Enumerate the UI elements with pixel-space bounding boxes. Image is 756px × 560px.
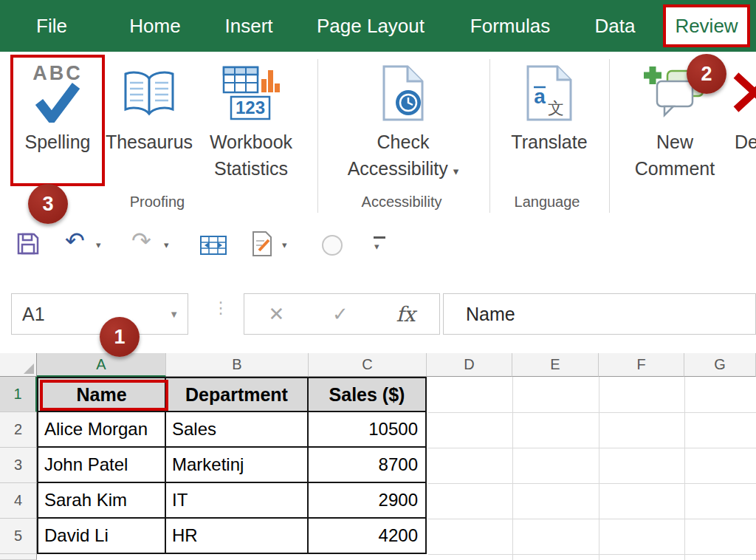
annotation-step-1-number: 1 [114,326,125,349]
edit-form-icon[interactable] [251,231,273,257]
quick-access-toolbar: ↶ ▾ ↷ ▾ ▾ ▾ [0,222,756,273]
cell-b4[interactable]: IT [166,483,309,519]
disabled-circle-icon [322,235,343,256]
spelling-label: Spelling [25,129,91,155]
translate-button[interactable]: a 文 Translate [501,58,597,155]
row-header-5[interactable]: 5 [0,519,37,554]
redo-dropdown-icon[interactable]: ▾ [164,239,169,250]
check-accessibility-button[interactable]: Check Accessibility ▾ [333,58,473,185]
workbook-statistics-icon: 123 [222,64,280,122]
cell-b1[interactable]: Department [166,377,309,412]
check-accessibility-label: Check Accessibility ▾ [343,129,464,185]
group-label-language: Language [515,194,580,211]
name-box-dropdown-icon[interactable]: ▼ [169,309,179,320]
annotation-step-2: 2 [687,54,726,94]
tab-insert[interactable]: Insert [224,15,272,38]
annotation-step-2-number: 2 [701,63,712,86]
annotation-step-3: 3 [28,184,68,224]
cell-b3[interactable]: Marketinj [166,448,309,483]
cell-c4[interactable]: 2900 [309,483,427,519]
insert-function-icon[interactable]: fx [396,302,415,327]
tab-file[interactable]: File [36,15,67,38]
thesaurus-label: Thesaurus [106,129,193,155]
undo-icon[interactable]: ↶ [65,229,85,253]
row-header-3[interactable]: 3 [0,448,37,483]
spelling-check-icon [35,83,80,123]
ribbon-group-divider [489,59,490,213]
gridline [428,483,756,484]
thesaurus-button[interactable]: Thesaurus [100,58,198,155]
gridline [428,554,756,555]
column-header-g[interactable]: G [684,353,756,377]
cell-a1[interactable]: Name [37,377,166,412]
chevron-down-icon: ▾ [453,165,459,177]
workbook-statistics-123-text: 123 [236,98,265,117]
cell-a4[interactable]: Sarah Kim [37,483,166,519]
redo-icon[interactable]: ↷ [131,229,151,253]
tab-page-layout[interactable]: Page Layout [317,15,425,38]
translate-label: Translate [511,129,587,155]
row-header-4[interactable]: 4 [0,483,37,519]
ribbon-group-divider [317,59,318,213]
customize-quick-access-icon[interactable] [374,236,385,239]
tab-formulas[interactable]: Formulas [470,15,550,38]
gridline [684,377,685,560]
group-label-proofing: Proofing [130,194,185,211]
excel-window: File Home Insert Page Layout Formulas Da… [0,0,756,560]
tab-review[interactable]: Review [663,4,750,47]
tab-review-label: Review [675,15,738,38]
edit-form-dropdown-icon[interactable]: ▾ [282,239,287,250]
cell-a3[interactable]: John Patel [37,448,166,483]
gridline [599,377,599,560]
tab-data[interactable]: Data [595,15,636,38]
customize-quick-access-chevron-icon[interactable]: ▾ [374,241,379,252]
column-header-e[interactable]: E [512,353,599,377]
workbook-statistics-button[interactable]: 123 Workbook Statistics [194,58,308,182]
spelling-button[interactable]: ABC Spelling [13,58,102,155]
formula-bar-input[interactable]: Name [443,293,756,335]
cell-a2[interactable]: Alice Morgan [37,412,166,448]
new-comment-label: New Comment [632,129,718,182]
name-box[interactable]: A1 ▼ [11,293,188,335]
delete-comment-button[interactable]: Delete [727,58,756,155]
ribbon-tab-bar: File Home Insert Page Layout Formulas Da… [0,0,756,52]
formula-bar-controls: ✕ ✓ fx [244,293,440,335]
tab-home[interactable]: Home [129,15,180,38]
row-header-2[interactable]: 2 [0,412,37,448]
gridline [428,448,756,448]
column-header-c[interactable]: C [309,353,427,377]
save-icon[interactable] [16,232,40,256]
check-accessibility-icon [381,65,425,121]
formula-bar-resize-dots-icon[interactable]: ⋮ [213,301,229,315]
column-header-b[interactable]: B [166,353,309,377]
select-all-triangle-icon [24,363,34,374]
row-header-1[interactable]: 1 [0,377,37,412]
undo-dropdown-icon[interactable]: ▾ [96,239,101,250]
delete-comment-label: Delete [735,129,756,155]
cell-b2[interactable]: Sales [166,412,309,448]
gridline [428,519,756,519]
cell-c5[interactable]: 4200 [309,519,427,554]
workbook-statistics-label: Workbook Statistics [196,129,306,182]
cell-c1[interactable]: Sales ($) [309,377,427,412]
cell-a5[interactable]: David Li [37,519,166,554]
annotation-step-1: 1 [100,317,140,357]
column-header-f[interactable]: F [599,353,684,377]
group-label-accessibility: Accessibility [362,194,442,211]
translate-cjk-text: 文 [548,99,564,117]
delete-comment-x-icon [732,71,756,115]
cell-c2[interactable]: 10500 [309,412,427,448]
cell-b5[interactable]: HR [166,519,309,554]
cancel-icon[interactable]: ✕ [268,303,284,326]
gridline [512,377,513,560]
ribbon-group-divider [609,59,610,213]
enter-icon[interactable]: ✓ [332,303,348,326]
column-header-d[interactable]: D [427,353,512,377]
grid-arrows-icon[interactable] [199,233,227,257]
select-all-corner[interactable] [0,353,37,377]
column-header-a[interactable]: A [37,353,166,377]
gridline [428,412,756,413]
translate-a-text: a [534,85,546,108]
cell-c3[interactable]: 8700 [309,448,427,483]
check-accessibility-text: Check Accessibility [348,132,448,179]
